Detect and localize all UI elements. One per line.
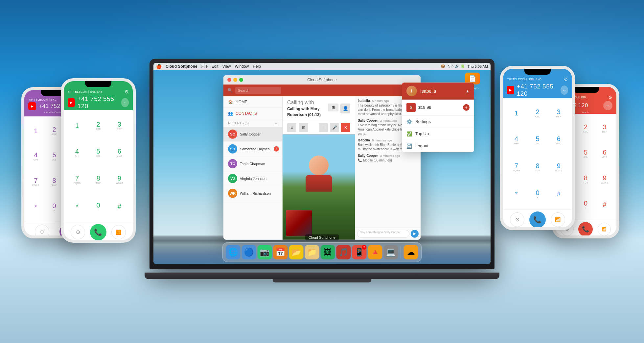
add-balance-button[interactable]: + bbox=[463, 104, 470, 110]
contact-tania[interactable]: TC Tania Chapman bbox=[223, 156, 282, 171]
dock-calendar[interactable]: 📅 bbox=[273, 245, 288, 259]
dock-folder[interactable]: 📁 bbox=[305, 245, 319, 259]
key-2[interactable]: 2ABC bbox=[577, 116, 595, 141]
chat-input[interactable]: Say something to Sally Cooper bbox=[357, 230, 409, 237]
phone-2-back-btn[interactable]: ← bbox=[121, 98, 129, 107]
dock-chrome[interactable]: 🔵 bbox=[242, 245, 256, 259]
key-1[interactable]: 1 bbox=[67, 113, 87, 139]
list-view-btn[interactable]: ≡ bbox=[287, 123, 296, 132]
key-3[interactable]: 3DEF bbox=[595, 116, 614, 141]
key-star[interactable]: * bbox=[27, 195, 45, 220]
key-7[interactable]: 7PQRS bbox=[506, 154, 526, 180]
dock-sketch[interactable]: 🔺 bbox=[368, 245, 382, 259]
search-input[interactable]: Search bbox=[235, 86, 281, 94]
key-6[interactable]: 6MNO bbox=[109, 140, 129, 166]
key-2[interactable]: 2ABC bbox=[88, 113, 108, 139]
key-star[interactable]: * bbox=[506, 181, 526, 207]
keypad-btn[interactable]: ⊞ bbox=[328, 103, 338, 111]
menu-window[interactable]: Window bbox=[235, 64, 249, 68]
key-8[interactable]: 8TUV bbox=[45, 169, 63, 194]
menu-edit[interactable]: Edit bbox=[212, 64, 218, 68]
dock-contacts[interactable]: 🖼 bbox=[321, 245, 335, 259]
dock-softphone[interactable]: ☁ bbox=[404, 245, 418, 259]
key-5[interactable]: 5JKL bbox=[577, 141, 595, 166]
close-button[interactable] bbox=[227, 78, 231, 82]
gsm-btn-2[interactable]: 📶 bbox=[111, 225, 126, 239]
grid-view-btn[interactable]: ⊞ bbox=[299, 123, 308, 132]
nav-contacts[interactable]: 👥 CONTACTS bbox=[223, 108, 282, 119]
contact-william[interactable]: WR William Richardson bbox=[223, 186, 282, 201]
menu-view[interactable]: View bbox=[222, 64, 231, 68]
key-8[interactable]: 8TUV bbox=[527, 154, 547, 180]
send-button[interactable]: ▶ bbox=[411, 230, 419, 237]
key-0[interactable]: 0+ bbox=[45, 195, 63, 220]
key-4[interactable]: 4GHI bbox=[506, 127, 526, 153]
key-0[interactable]: 0+ bbox=[527, 181, 547, 207]
voicemail-btn-3[interactable]: ⊙ bbox=[510, 212, 524, 227]
key-9[interactable]: 9WXYZ bbox=[109, 167, 129, 193]
maximize-button[interactable] bbox=[239, 78, 243, 82]
contact-samantha[interactable]: SH Samantha Haynes 7 bbox=[223, 141, 282, 156]
user-avatar: I bbox=[406, 86, 417, 96]
phone-2-settings-icon[interactable]: ⚙ bbox=[125, 89, 129, 94]
topup-menu-item[interactable]: ✅ Top Up bbox=[402, 128, 474, 140]
key-1[interactable]: 1 bbox=[27, 118, 45, 143]
end-call-btn[interactable]: ✕ bbox=[341, 123, 350, 132]
menu-file[interactable]: File bbox=[201, 64, 208, 68]
key-0[interactable]: 0+ bbox=[577, 192, 595, 217]
key-9[interactable]: 9WXYZ bbox=[549, 154, 569, 180]
call-btn-4[interactable]: 📞 bbox=[578, 222, 593, 236]
phone-4-settings-icon[interactable]: ⚙ bbox=[608, 95, 612, 100]
key-4[interactable]: 4GHI bbox=[67, 140, 87, 166]
contact-name: William Richardson bbox=[240, 191, 271, 195]
dock-files[interactable]: 📂 bbox=[289, 245, 304, 259]
key-5[interactable]: 5JKL bbox=[88, 140, 108, 166]
key-7[interactable]: 7PQRS bbox=[67, 167, 87, 193]
phone-4-back-btn[interactable]: ← bbox=[603, 101, 612, 110]
key-8[interactable]: 8TUV bbox=[88, 167, 108, 193]
dock-misc[interactable]: 💻 bbox=[384, 245, 398, 259]
dock-finder[interactable]: 🌐 bbox=[226, 245, 241, 259]
contact-name: Tania Chapman bbox=[240, 161, 265, 165]
key-5[interactable]: 5JKL bbox=[527, 127, 547, 153]
minimize-button[interactable] bbox=[233, 78, 237, 82]
voicemail-btn-2[interactable]: ⊙ bbox=[71, 225, 85, 239]
dock-music[interactable]: 🎵 bbox=[336, 245, 351, 259]
gsm-btn-3[interactable]: 📶 bbox=[551, 212, 565, 227]
call-btn-2[interactable]: 📞 bbox=[90, 224, 106, 240]
voicemail-btn[interactable]: ⊙ bbox=[35, 225, 49, 239]
key-8[interactable]: 8TUV bbox=[577, 167, 595, 192]
key-9[interactable]: 9WXYZ bbox=[595, 167, 614, 192]
menu-help[interactable]: Help bbox=[253, 64, 261, 68]
key-6[interactable]: 6MNO bbox=[549, 127, 569, 153]
key-2[interactable]: 2ABC bbox=[45, 118, 63, 143]
key-3[interactable]: 3DEF bbox=[109, 113, 129, 139]
logout-menu-item[interactable]: ↪️ Logout bbox=[402, 140, 474, 152]
settings-menu-item[interactable]: ⚙️ Settings bbox=[402, 115, 474, 128]
person-btn[interactable]: 👤 bbox=[340, 103, 350, 113]
key-2[interactable]: 2ABC bbox=[527, 100, 547, 126]
person-face bbox=[309, 155, 329, 175]
phone-3-settings-icon[interactable]: ⚙ bbox=[564, 77, 568, 82]
key-3[interactable]: 3DEF bbox=[549, 100, 569, 126]
key-6[interactable]: 6MNO bbox=[595, 141, 614, 166]
key-hash[interactable]: # bbox=[109, 193, 129, 219]
key-hash[interactable]: # bbox=[595, 192, 614, 217]
dock-photos[interactable]: 📷 bbox=[258, 245, 272, 259]
nav-home[interactable]: 🏠 HOME bbox=[223, 96, 282, 108]
key-0[interactable]: 0+ bbox=[88, 193, 108, 219]
gsm-btn-4[interactable]: 📶 bbox=[598, 223, 611, 236]
key-5[interactable]: 5JKL bbox=[45, 144, 63, 169]
key-hash[interactable]: # bbox=[549, 181, 569, 207]
contact-sally[interactable]: SC Sally Cooper bbox=[223, 127, 282, 141]
mute-btn[interactable]: 🎤 bbox=[330, 123, 339, 132]
pause-btn[interactable]: ⏸ bbox=[319, 123, 328, 132]
contact-virginia[interactable]: VJ Virginia Johnson bbox=[223, 171, 282, 186]
key-1[interactable]: 1 bbox=[506, 100, 526, 126]
key-7[interactable]: 7PQRS bbox=[27, 169, 45, 194]
phone-3-back-btn[interactable]: ← bbox=[561, 86, 568, 95]
key-star[interactable]: * bbox=[67, 193, 87, 219]
dock-app-store[interactable]: 📱 2 bbox=[352, 245, 367, 259]
key-4[interactable]: 4GHI bbox=[27, 144, 45, 169]
call-btn-3[interactable]: 📞 bbox=[529, 211, 546, 228]
